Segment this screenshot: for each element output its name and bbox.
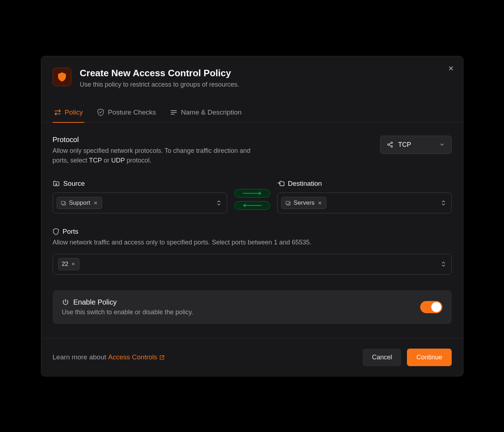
- modal-header: Create New Access Control Policy Use thi…: [41, 56, 463, 96]
- modal-title: Create New Access Control Policy: [80, 68, 452, 79]
- tab-policy[interactable]: Policy: [53, 104, 85, 123]
- ports-section: Ports Allow network traffic and access o…: [53, 228, 452, 275]
- group-icon: [61, 200, 66, 206]
- tab-label: Posture Checks: [108, 108, 156, 116]
- chevron-updown-icon: [441, 199, 446, 207]
- cancel-button[interactable]: Cancel: [363, 349, 401, 366]
- close-button[interactable]: [446, 63, 456, 73]
- protocol-title: Protocol: [53, 136, 253, 144]
- modal-subtitle: Use this policy to restrict access to gr…: [80, 81, 452, 88]
- port-value: 22: [62, 261, 68, 267]
- tab-label: Policy: [65, 108, 83, 116]
- continue-button[interactable]: Continue: [407, 349, 451, 366]
- destination-icon: [277, 180, 284, 187]
- source-destination-row: Source Support: [53, 180, 452, 213]
- enable-toggle[interactable]: [420, 301, 442, 313]
- share-icon: [387, 141, 393, 148]
- chevron-down-icon: [439, 142, 445, 147]
- shield-check-icon: [97, 108, 104, 116]
- destination-tag-remove[interactable]: [317, 200, 322, 205]
- shield-outline-icon: [53, 228, 59, 235]
- direction-arrows: [234, 189, 270, 213]
- ports-description: Allow network traffic and access only to…: [53, 238, 452, 247]
- lines-icon: [170, 109, 177, 116]
- protocol-description: Allow only specified network protocols. …: [53, 146, 253, 165]
- port-tag: 22: [58, 258, 80, 270]
- tab-bar: Policy Posture Checks Name & Description: [41, 104, 463, 123]
- destination-label: Destination: [288, 180, 322, 188]
- power-icon: [62, 298, 69, 306]
- access-controls-link[interactable]: Access Controls: [108, 353, 165, 361]
- enable-subtitle: Use this switch to enable or disable the…: [62, 309, 193, 316]
- destination-input[interactable]: Servers: [277, 193, 452, 213]
- tab-label: Name & Description: [181, 108, 241, 116]
- source-input[interactable]: Support: [53, 193, 227, 213]
- chevron-updown-icon: [216, 199, 222, 207]
- tab-name-description[interactable]: Name & Description: [169, 104, 243, 123]
- protocol-section: Protocol Allow only specified network pr…: [53, 136, 452, 165]
- source-label: Source: [63, 180, 85, 188]
- create-policy-modal: Create New Access Control Policy Use thi…: [41, 56, 464, 377]
- modal-footer: Learn more about Access Controls Cancel …: [41, 338, 463, 376]
- source-tag-remove[interactable]: [93, 200, 98, 205]
- source-column: Source Support: [53, 180, 227, 213]
- protocol-select[interactable]: TCP: [380, 136, 452, 154]
- destination-tag: Servers: [281, 197, 327, 209]
- learn-more: Learn more about Access Controls: [53, 353, 165, 361]
- modal-content: Protocol Allow only specified network pr…: [41, 123, 463, 338]
- protocol-value: TCP: [398, 141, 434, 149]
- arrows-icon: [54, 109, 61, 116]
- source-icon: [53, 180, 60, 187]
- ports-input[interactable]: 22: [53, 254, 452, 275]
- destination-tag-label: Servers: [294, 199, 315, 207]
- source-tag-label: Support: [69, 199, 91, 207]
- external-link-icon: [159, 355, 165, 360]
- shield-icon: [53, 68, 71, 86]
- arrow-left-pill: [234, 201, 270, 210]
- chevron-updown-icon: [441, 261, 446, 268]
- enable-title: Enable Policy: [73, 298, 117, 306]
- source-tag: Support: [57, 197, 102, 209]
- svg-line-7: [389, 145, 391, 146]
- ports-title: Ports: [63, 228, 78, 236]
- port-tag-remove[interactable]: [71, 262, 76, 266]
- svg-rect-8: [61, 201, 64, 204]
- svg-line-6: [389, 143, 391, 144]
- destination-column: Destination Servers: [277, 180, 452, 213]
- enable-policy-card: Enable Policy Use this switch to enable …: [53, 290, 452, 324]
- svg-rect-11: [286, 201, 289, 204]
- tab-posture-checks[interactable]: Posture Checks: [96, 104, 157, 123]
- toggle-knob: [431, 302, 441, 312]
- arrow-right-pill: [234, 189, 270, 198]
- group-icon: [285, 200, 291, 206]
